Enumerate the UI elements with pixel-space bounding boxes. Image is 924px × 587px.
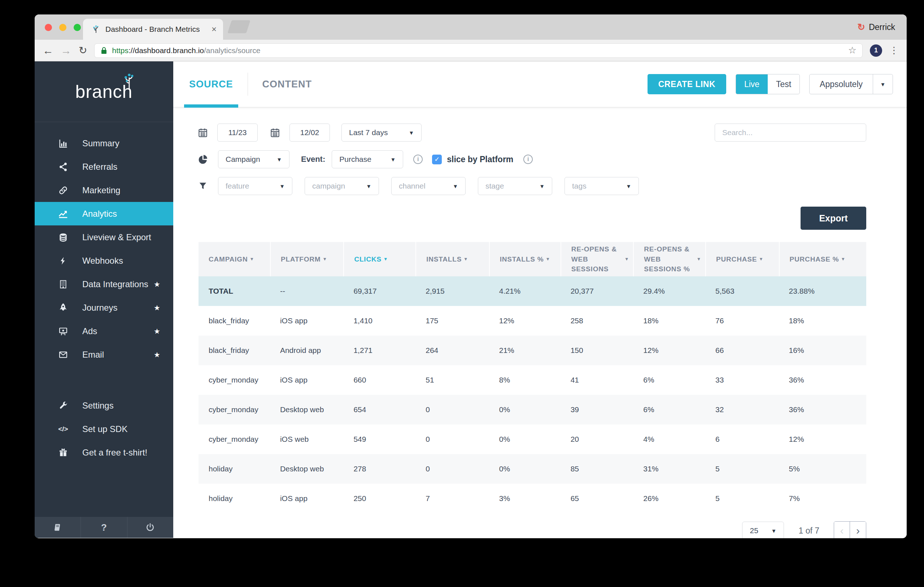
page-size-dropdown[interactable]: 25▼	[742, 522, 784, 538]
sidebar-item-journeys[interactable]: Journeys ★	[35, 296, 173, 319]
lightning-icon	[57, 256, 69, 266]
sidebar-item-summary[interactable]: Summary	[35, 131, 173, 155]
minimize-window-button[interactable]	[59, 24, 66, 31]
sidebar-item-marketing[interactable]: Marketing	[35, 179, 173, 202]
sidebar-item-setup-sdk[interactable]: </> Set up SDK	[35, 417, 173, 441]
logo-area[interactable]: branch	[35, 61, 173, 122]
chevron-down-icon: ▼	[390, 156, 396, 162]
browser-tab[interactable]: Dashboard - Branch Metrics ×	[83, 19, 223, 40]
chevron-down-icon: ▼	[626, 183, 631, 189]
column-header-installs-pct[interactable]: INSTALLS %▾	[489, 242, 561, 276]
export-row: Export	[173, 207, 907, 230]
browser-tabstrip: Dashboard - Branch Metrics × ↻! Derrick	[35, 15, 907, 40]
sidebar-item-analytics[interactable]: Analytics	[35, 202, 173, 225]
sidebar-item-label: Email	[82, 350, 104, 360]
sidebar-item-liveview-export[interactable]: Liveview & Export	[35, 225, 173, 249]
prev-page-button[interactable]: ‹	[834, 522, 850, 538]
export-button[interactable]: Export	[800, 207, 866, 230]
sidebar-item-free-tshirt[interactable]: Get a free t-shirt!	[35, 441, 173, 464]
sidebar-item-webhooks[interactable]: Webhooks	[35, 249, 173, 272]
event-dropdown[interactable]: Purchase▼	[332, 150, 403, 168]
extension-badge[interactable]: 1	[870, 45, 882, 57]
slice-by-platform-checkbox[interactable]: ✓	[432, 155, 442, 164]
environment-toggle: Live Test	[736, 74, 800, 94]
fullscreen-window-button[interactable]	[74, 24, 81, 31]
sidebar-item-data-integrations[interactable]: Data Integrations ★	[35, 272, 173, 296]
table-row[interactable]: cyber_monday Desktop web 654 0 0% 39 6% …	[198, 395, 866, 425]
env-live-option[interactable]: Live	[736, 74, 768, 94]
table-row[interactable]: holiday iOS app 250 7 3% 65 26% 5 7%	[198, 484, 866, 513]
gift-icon	[57, 448, 69, 457]
column-header-purchase[interactable]: PURCHASE▾	[705, 242, 779, 276]
table-row[interactable]: holiday Desktop web 278 0 0% 85 31% 5 5%	[198, 454, 866, 484]
reload-icon[interactable]: ↻	[79, 45, 87, 56]
sidebar: branch Summary Referrals Marketing Ana	[35, 61, 173, 538]
sort-caret-icon: ▾	[625, 256, 628, 263]
close-tab-icon[interactable]: ×	[211, 24, 216, 34]
sort-caret-icon: ▾	[323, 256, 326, 263]
page-info: 1 of 7	[799, 526, 819, 536]
browser-profile[interactable]: ↻! Derrick	[857, 15, 895, 40]
app-selector-dropdown[interactable]: Appsolutely ▼	[809, 74, 893, 94]
sidebar-item-referrals[interactable]: Referrals	[35, 155, 173, 179]
campaign-filter-dropdown[interactable]: campaign▼	[305, 177, 379, 195]
docs-button[interactable]	[35, 517, 81, 538]
sidebar-item-label: Data Integrations	[82, 279, 148, 289]
logout-button[interactable]	[127, 517, 173, 538]
billboard-icon	[57, 326, 69, 336]
dimension-filter-row: Campaign▼ Event: Purchase▼ i ✓ slice by …	[196, 150, 907, 168]
date-range-dropdown[interactable]: Last 7 days▼	[342, 124, 422, 142]
column-header-campaign[interactable]: CAMPAIGN▾	[198, 242, 270, 276]
bookmark-star-icon[interactable]: ☆	[848, 45, 856, 56]
sidebar-item-email[interactable]: Email ★	[35, 343, 173, 366]
date-from-input[interactable]	[217, 124, 258, 142]
help-button[interactable]: ?	[81, 517, 127, 538]
stage-filter-dropdown[interactable]: stage▼	[478, 177, 552, 195]
forward-icon[interactable]: →	[61, 45, 71, 56]
chevron-down-icon: ▼	[771, 528, 777, 534]
close-window-button[interactable]	[45, 24, 52, 31]
content-header: SOURCE CONTENT CREATE LINK Live Test App…	[173, 61, 907, 107]
new-tab-button[interactable]	[228, 20, 251, 33]
lock-icon	[100, 46, 107, 55]
channel-filter-dropdown[interactable]: channel▼	[391, 177, 465, 195]
browser-menu-icon[interactable]: ⋮	[889, 45, 899, 56]
sidebar-item-settings[interactable]: Settings	[35, 394, 173, 417]
back-icon[interactable]: ←	[43, 45, 53, 56]
feature-filter-dropdown[interactable]: feature▼	[218, 177, 292, 195]
chevron-down-icon: ▼	[409, 130, 414, 136]
env-test-option[interactable]: Test	[768, 74, 799, 94]
search-input[interactable]	[714, 124, 866, 142]
column-header-reopens-pct[interactable]: RE-OPENS & WEB SESSIONS %▾	[633, 242, 705, 276]
tab-content[interactable]: CONTENT	[262, 61, 312, 107]
table-row[interactable]: cyber_monday iOS web 549 0 0% 20 4% 6 12…	[198, 425, 866, 454]
column-header-purchase-pct[interactable]: PURCHASE %▾	[779, 242, 866, 276]
table-row[interactable]: black_friday Android app 1,271 264 21% 1…	[198, 336, 866, 365]
link-filter-row: feature▼ campaign▼ channel▼ stage▼ tags▼	[196, 177, 907, 195]
power-icon	[145, 523, 155, 532]
table-row[interactable]: black_friday iOS app 1,410 175 12% 258 1…	[198, 306, 866, 336]
chevron-down-icon: ▼	[366, 183, 371, 189]
url-bar[interactable]: https://dashboard.branch.io/analytics/so…	[94, 43, 863, 58]
tags-filter-dropdown[interactable]: tags▼	[564, 177, 639, 195]
dimension-dropdown[interactable]: Campaign▼	[218, 150, 289, 168]
info-icon[interactable]: i	[413, 155, 422, 164]
next-page-button[interactable]: ›	[850, 522, 866, 538]
column-header-clicks[interactable]: CLICKS▾	[343, 242, 416, 276]
info-icon[interactable]: i	[523, 155, 533, 164]
tab-title: Dashboard - Branch Metrics	[106, 25, 206, 34]
date-to-input[interactable]	[289, 124, 330, 142]
create-link-button[interactable]: CREATE LINK	[647, 74, 726, 94]
sidebar-item-ads[interactable]: Ads ★	[35, 319, 173, 343]
table-row[interactable]: cyber_monday iOS app 660 51 8% 41 6% 33 …	[198, 365, 866, 395]
column-header-platform[interactable]: PLATFORM▾	[270, 242, 343, 276]
sidebar-item-label: Marketing	[82, 185, 120, 195]
browser-toolbar: ← → ↻ https://dashboard.branch.io/analyt…	[35, 40, 907, 61]
tab-source[interactable]: SOURCE	[189, 61, 233, 107]
favorite-star-icon: ★	[154, 280, 160, 289]
column-header-reopens[interactable]: RE-OPENS & WEB SESSIONS▾	[561, 242, 634, 276]
share-icon	[57, 162, 69, 172]
column-header-installs[interactable]: INSTALLS▾	[416, 242, 489, 276]
sort-caret-icon: ▾	[546, 256, 549, 263]
browser-window: Dashboard - Branch Metrics × ↻! Derrick …	[35, 15, 907, 538]
